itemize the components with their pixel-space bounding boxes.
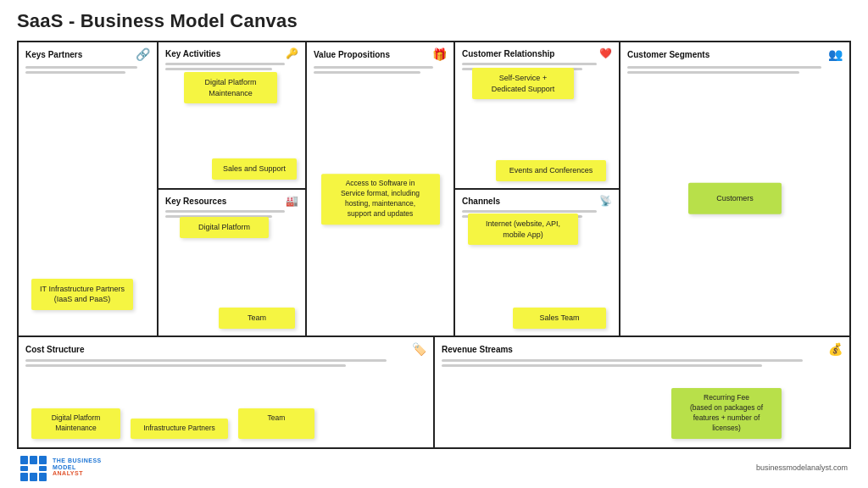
channels-title: Channels bbox=[462, 197, 500, 206]
cost-structure-header: Cost Structure 🏷️ bbox=[25, 342, 426, 356]
key-partners-header: Keys Partners 🔗 bbox=[25, 47, 150, 61]
placeholder-line bbox=[165, 68, 272, 70]
logo-icon bbox=[20, 456, 47, 480]
key-resources-icon: 🏭 bbox=[286, 195, 298, 207]
revenue-streams-placeholder bbox=[442, 359, 843, 367]
cell-key-partners: Keys Partners 🔗 IT Infrastructure Partne… bbox=[19, 42, 159, 336]
key-partners-sticky1: IT Infrastructure Partners(IaaS and PaaS… bbox=[31, 279, 133, 310]
footer: THE BUSINESS MODEL ANALYST businessmodel… bbox=[17, 449, 851, 481]
cell-customer-relationship: Customer Relationship ❤️ Self-Service +D… bbox=[455, 42, 619, 190]
key-activities-placeholder bbox=[165, 63, 298, 70]
cell-value-propositions: Value Propositions 🎁 Access to Software … bbox=[307, 42, 455, 336]
placeholder-line bbox=[627, 71, 799, 74]
channels-sticky1: Internet (website, API,mobile App) bbox=[468, 214, 578, 245]
logo-cell bbox=[20, 473, 28, 481]
cost-structure-icon: 🏷️ bbox=[412, 342, 426, 356]
logo-cell bbox=[20, 456, 28, 464]
cell-cost-structure: Cost Structure 🏷️ Digital PlatformMainte… bbox=[19, 337, 435, 447]
logo-cell bbox=[30, 473, 37, 481]
key-activities-header: Key Activities 🔑 bbox=[165, 47, 298, 59]
logo-text: THE BUSINESS MODEL ANALYST bbox=[53, 458, 102, 477]
value-props-icon: 🎁 bbox=[432, 47, 447, 61]
footer-logo: THE BUSINESS MODEL ANALYST bbox=[20, 456, 102, 480]
cell-revenue-streams: Revenue Streams 💰 Recurring Fee(based on… bbox=[435, 337, 849, 447]
cost-sticky3: Team bbox=[238, 408, 314, 439]
customer-seg-icon: 👥 bbox=[828, 47, 843, 61]
key-partners-placeholder bbox=[25, 66, 150, 74]
revenue-streams-title: Revenue Streams bbox=[442, 345, 513, 354]
value-props-placeholder bbox=[314, 66, 447, 74]
cell-split-customer-channels: Customer Relationship ❤️ Self-Service +D… bbox=[455, 42, 620, 336]
key-resources-sticky2: Team bbox=[219, 308, 295, 329]
customer-rel-icon: ❤️ bbox=[599, 47, 612, 59]
cost-structure-placeholder bbox=[25, 359, 426, 367]
revenue-sticky1: Recurring Fee(based on packages offeatur… bbox=[671, 388, 782, 439]
placeholder-line bbox=[442, 364, 762, 367]
page-title: SaaS - Business Model Canvas bbox=[17, 10, 851, 32]
placeholder-line bbox=[25, 66, 137, 69]
key-activities-sticky2: Sales and Support bbox=[212, 158, 297, 180]
customer-seg-header: Customer Segments 👥 bbox=[627, 47, 843, 61]
channels-sticky2: Sales Team bbox=[513, 308, 606, 329]
key-partners-icon: 🔗 bbox=[136, 47, 150, 61]
customer-rel-sticky1: Self-Service +Dedicated Support bbox=[472, 68, 574, 99]
customer-seg-placeholder bbox=[627, 66, 843, 74]
cell-channels: Channels 📡 Internet (website, API,mobile… bbox=[455, 190, 619, 336]
customer-rel-title: Customer Relationship bbox=[462, 49, 554, 58]
customer-seg-sticky1: Customers bbox=[688, 183, 782, 214]
footer-url: businessmodelanalyst.com bbox=[756, 463, 848, 472]
logo-line2: MODEL bbox=[53, 464, 102, 471]
logo-cell bbox=[30, 466, 37, 471]
key-partners-title: Keys Partners bbox=[25, 50, 82, 59]
cost-sticky2: Infrastructure Partners bbox=[131, 419, 228, 439]
placeholder-line bbox=[462, 210, 597, 213]
logo-cell bbox=[20, 466, 28, 471]
logo-cell bbox=[30, 456, 37, 464]
cell-split-activities-resources: Key Activities 🔑 Digital PlatformMainten… bbox=[159, 42, 307, 336]
placeholder-line bbox=[25, 364, 346, 367]
placeholder-line bbox=[165, 210, 285, 213]
logo-cell bbox=[39, 456, 47, 464]
placeholder-line bbox=[165, 63, 285, 65]
placeholder-line bbox=[314, 71, 420, 74]
placeholder-line bbox=[25, 359, 387, 362]
logo-cell bbox=[39, 473, 47, 481]
revenue-streams-header: Revenue Streams 💰 bbox=[442, 342, 843, 356]
key-resources-title: Key Resources bbox=[165, 197, 226, 206]
placeholder-line bbox=[462, 63, 597, 65]
cost-sticky1: Digital PlatformMaintenance bbox=[31, 408, 120, 439]
channels-icon: 📡 bbox=[599, 195, 612, 207]
canvas-top: Keys Partners 🔗 IT Infrastructure Partne… bbox=[19, 42, 849, 337]
key-activities-icon: 🔑 bbox=[286, 47, 298, 59]
logo-line1: THE BUSINESS bbox=[53, 458, 102, 464]
placeholder-line bbox=[627, 66, 821, 69]
placeholder-line bbox=[314, 66, 433, 69]
cell-key-activities: Key Activities 🔑 Digital PlatformMainten… bbox=[159, 42, 305, 190]
customer-rel-sticky2: Events and Conferences bbox=[496, 160, 606, 181]
value-props-title: Value Propositions bbox=[314, 50, 390, 59]
value-props-header: Value Propositions 🎁 bbox=[314, 47, 447, 61]
value-props-sticky1: Access to Software inService format, inc… bbox=[321, 174, 440, 225]
customer-rel-header: Customer Relationship ❤️ bbox=[462, 47, 612, 59]
customer-seg-title: Customer Segments bbox=[627, 50, 709, 59]
key-resources-header: Key Resources 🏭 bbox=[165, 195, 298, 207]
placeholder-line bbox=[442, 359, 803, 362]
channels-header: Channels 📡 bbox=[462, 195, 612, 207]
revenue-streams-icon: 💰 bbox=[828, 342, 843, 356]
key-activities-sticky1: Digital PlatformMaintenance bbox=[184, 72, 277, 103]
canvas-bottom: Cost Structure 🏷️ Digital PlatformMainte… bbox=[19, 337, 849, 447]
key-activities-title: Key Activities bbox=[165, 49, 220, 58]
logo-cell bbox=[39, 466, 47, 471]
cell-key-resources: Key Resources 🏭 Digital Platform Team bbox=[159, 190, 305, 336]
key-resources-sticky1: Digital Platform bbox=[180, 217, 269, 238]
canvas-container: Keys Partners 🔗 IT Infrastructure Partne… bbox=[17, 41, 851, 449]
cell-customer-segments: Customer Segments 👥 Customers bbox=[620, 42, 849, 336]
cost-structure-title: Cost Structure bbox=[25, 345, 84, 354]
page-wrapper: SaaS - Business Model Canvas Keys Partne… bbox=[0, 0, 868, 488]
logo-line3: ANALYST bbox=[53, 470, 102, 477]
placeholder-line bbox=[25, 71, 125, 74]
